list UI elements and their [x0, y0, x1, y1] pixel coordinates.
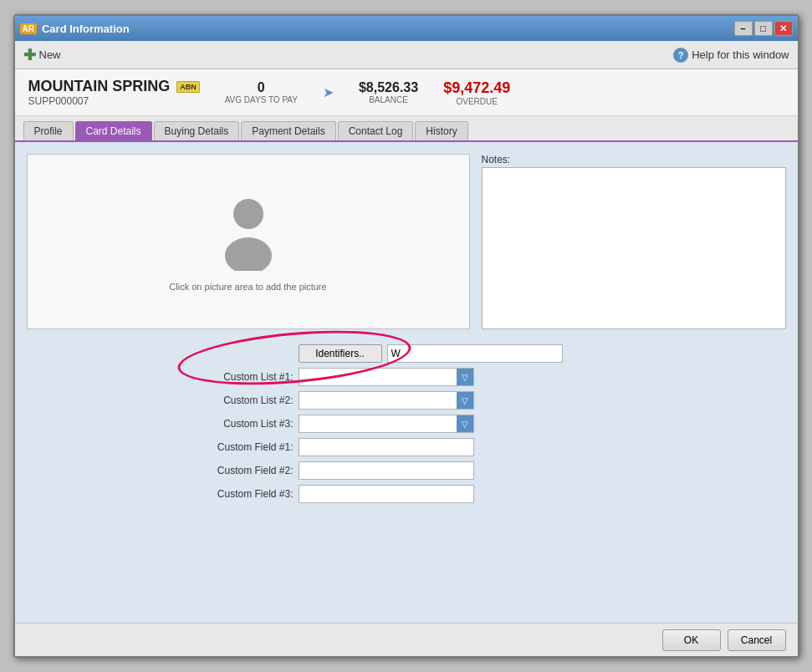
custom-list-1-label: Custom List #1: [197, 371, 294, 383]
custom-field-3-row: Custom Field #3: [197, 485, 615, 503]
custom-list-2-label: Custom List #2: [197, 395, 294, 406]
minimize-button[interactable]: – [734, 21, 753, 36]
tab-bar: Profile Card Details Buying Details Paym… [15, 116, 798, 142]
card-name: MOUNTAIN SPRING ABN [28, 78, 200, 95]
toolbar: ✚ New ? Help for this window [15, 41, 798, 69]
custom-field-1-input[interactable] [299, 438, 474, 456]
tab-history[interactable]: History [415, 121, 467, 140]
new-label: New [39, 48, 61, 61]
custom-list-2-arrow[interactable]: ▽ [457, 392, 473, 409]
tab-contact-log[interactable]: Contact Log [338, 121, 414, 140]
svg-point-0 [233, 199, 263, 229]
title-bar-left: AR Card Information [20, 23, 130, 35]
custom-list-1-arrow[interactable]: ▽ [457, 369, 473, 385]
card-name-block: MOUNTAIN SPRING ABN SUPP000007 [28, 78, 200, 107]
notes-area: Notes: [482, 154, 786, 329]
new-icon: ✚ [23, 46, 36, 64]
title-bar-buttons: – □ ✕ [734, 21, 793, 36]
custom-field-2-input[interactable] [299, 461, 474, 480]
notes-label: Notes: [482, 154, 786, 165]
abn-badge: ABN [176, 81, 200, 93]
avg-days-stat: 0 AVG DAYS TO PAY [225, 80, 298, 104]
custom-field-1-row: Custom Field #1: [197, 438, 615, 456]
photo-area[interactable]: Click on picture area to add the picture [27, 154, 470, 329]
avg-days-value: 0 [258, 80, 265, 95]
overdue-stat: $9,472.49 OVERDUE [443, 79, 510, 106]
new-button[interactable]: ✚ New [23, 46, 61, 64]
custom-list-3-row: Custom List #3: ▽ [197, 415, 615, 433]
tab-profile[interactable]: Profile [23, 121, 74, 140]
custom-field-3-input[interactable] [299, 485, 474, 503]
avg-days-label: AVG DAYS TO PAY [225, 95, 298, 104]
identifiers-input[interactable] [387, 344, 563, 363]
toolbar-left: ✚ New [23, 46, 61, 64]
ok-button[interactable]: OK [662, 629, 721, 651]
main-window: AR Card Information – □ ✕ ✚ New ? Help f… [13, 14, 799, 658]
help-label: Help for this window [692, 48, 789, 61]
balance-stat: $8,526.33 BALANCE [359, 80, 418, 104]
photo-caption: Click on picture area to add the picture [169, 282, 326, 292]
form-section: Identifiers.. Custom List #1: ▽ Custom L… [27, 344, 786, 503]
content-area: Click on picture area to add the picture… [15, 142, 798, 623]
company-name: MOUNTAIN SPRING [28, 78, 171, 95]
custom-field-1-label: Custom Field #1: [197, 441, 294, 453]
balance-value: $8,526.33 [359, 80, 418, 95]
help-icon: ? [673, 48, 688, 63]
custom-field-3-label: Custom Field #3: [197, 488, 294, 500]
person-photo [215, 191, 282, 275]
window-title: Card Information [42, 23, 130, 35]
custom-field-2-label: Custom Field #2: [197, 465, 294, 476]
custom-list-1-dropdown[interactable]: ▽ [299, 368, 474, 386]
custom-list-3-arrow[interactable]: ▽ [457, 415, 473, 432]
bottom-bar: OK Cancel [15, 623, 798, 656]
custom-list-3-label: Custom List #3: [197, 418, 294, 430]
tab-buying-details[interactable]: Buying Details [154, 121, 240, 140]
maximize-button[interactable]: □ [754, 21, 773, 36]
notes-box[interactable] [482, 167, 786, 329]
cancel-button[interactable]: Cancel [728, 629, 786, 651]
custom-list-3-dropdown[interactable]: ▽ [299, 415, 474, 433]
card-id: SUPP000007 [28, 95, 200, 107]
content-top: Click on picture area to add the picture… [27, 154, 786, 329]
custom-list-2-row: Custom List #2: ▽ [197, 391, 615, 410]
custom-field-2-row: Custom Field #2: [197, 461, 615, 480]
app-icon: AR [20, 23, 37, 34]
custom-list-2-dropdown[interactable]: ▽ [299, 391, 474, 410]
tab-card-details[interactable]: Card Details [75, 121, 152, 140]
custom-list-1-row: Custom List #1: ▽ [197, 368, 615, 386]
arrow-icon: ➤ [323, 84, 334, 100]
tab-payment-details[interactable]: Payment Details [241, 121, 335, 140]
balance-label: BALANCE [369, 95, 408, 104]
card-header: MOUNTAIN SPRING ABN SUPP000007 0 AVG DAY… [15, 69, 798, 116]
overdue-label: OVERDUE [456, 97, 497, 106]
svg-point-1 [225, 237, 272, 271]
overdue-value: $9,472.49 [443, 79, 510, 97]
identifiers-row: Identifiers.. [197, 344, 615, 363]
help-button[interactable]: ? Help for this window [673, 48, 789, 63]
title-bar: AR Card Information – □ ✕ [15, 16, 798, 41]
identifiers-button[interactable]: Identifiers.. [299, 344, 382, 363]
close-button[interactable]: ✕ [774, 21, 793, 36]
